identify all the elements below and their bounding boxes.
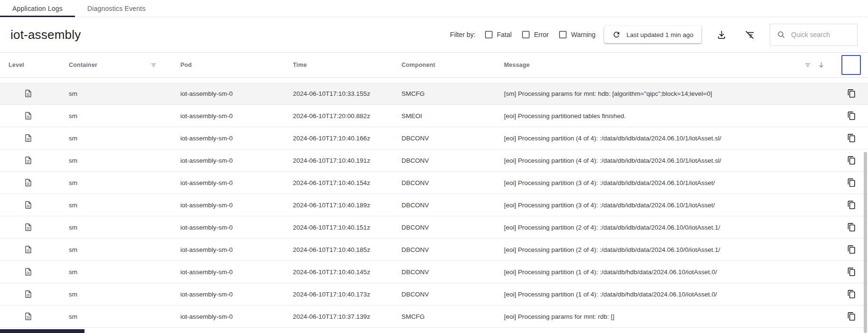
cell-message: [eoi] Processing partition (1 of 4): :/d… [504, 268, 717, 276]
tab-diagnostics-events[interactable]: Diagnostics Events [75, 0, 158, 17]
copy-icon[interactable] [846, 155, 858, 166]
application-logs-page: Application Logs Diagnostics Events iot-… [0, 0, 868, 333]
cell-container: sm [69, 313, 77, 320]
log-file-icon [24, 289, 33, 299]
column-header-message: Message [504, 62, 530, 68]
cell-pod: iot-assembly-sm-0 [180, 202, 233, 209]
cell-container: sm [69, 135, 77, 142]
column-header-container: Container [69, 62, 97, 68]
vertical-scrollbar[interactable] [864, 152, 867, 333]
search-icon [777, 30, 785, 39]
cell-container: sm [69, 112, 77, 120]
container-filter-icon[interactable] [149, 61, 158, 70]
copy-icon[interactable] [846, 266, 858, 278]
cell-message: [eoi] Processing partition (2 of 4): :/d… [504, 246, 720, 253]
cell-component: DBCONV [401, 135, 429, 142]
filter-checkbox-warning[interactable]: Warning [559, 31, 596, 38]
table-row[interactable]: sm iot-assembly-sm-0 2024-06-10T17:10:40… [0, 149, 868, 172]
focused-action-box[interactable] [841, 55, 861, 75]
sort-arrow-down-icon[interactable] [816, 60, 826, 70]
cell-time: 2024-06-10T17:10:40.191z [293, 157, 370, 164]
cell-container: sm [69, 179, 77, 186]
cell-pod: iot-assembly-sm-0 [180, 313, 233, 320]
refresh-icon [612, 30, 621, 39]
table-row[interactable]: sm iot-assembly-sm-0 2024-06-10T17:10:40… [0, 172, 868, 194]
download-icon [717, 30, 727, 40]
cell-component: DBCONV [401, 291, 429, 298]
filter-checkbox-fatal[interactable]: Fatal [485, 31, 512, 38]
filter-checkbox-error[interactable]: Error [522, 31, 549, 38]
search-input[interactable] [791, 31, 848, 38]
cell-container: sm [69, 291, 77, 298]
copy-icon[interactable] [846, 311, 858, 323]
cell-pod: iot-assembly-sm-0 [180, 179, 233, 186]
cell-pod: iot-assembly-sm-0 [180, 224, 233, 231]
table-row[interactable]: sm iot-assembly-sm-0 2024-06-10T17:10:40… [0, 261, 868, 283]
cell-component: DBCONV [401, 224, 429, 231]
table-row[interactable]: sm iot-assembly-sm-0 2024-06-10T17:10:40… [0, 239, 868, 261]
cell-message: [eoi] Processing partition (3 of 4): :/d… [504, 202, 715, 209]
log-file-icon [24, 133, 33, 143]
checkbox-icon [559, 31, 567, 38]
cell-time: 2024-06-10T17:10:37.139z [293, 313, 370, 320]
horizontal-scrollbar[interactable] [0, 329, 84, 333]
cell-message: [eoi] Processing partition (3 of 4): :/d… [504, 179, 715, 186]
copy-icon[interactable] [846, 132, 858, 144]
cell-time: 2024-06-10T17:10:40.173z [293, 291, 370, 298]
cell-component: SMCFG [401, 313, 425, 320]
table-row[interactable]: sm iot-assembly-sm-0 2024-06-10T17:10:40… [0, 216, 868, 239]
table-row[interactable]: sm iot-assembly-sm-0 2024-06-10T17:10:40… [0, 194, 868, 216]
copy-icon[interactable] [846, 288, 858, 300]
cell-time: 2024-06-10T17:20:00.882z [293, 112, 370, 120]
cell-component: DBCONV [401, 157, 429, 164]
copy-icon[interactable] [846, 199, 858, 211]
copy-icon[interactable] [846, 88, 858, 100]
tab-application-logs[interactable]: Application Logs [0, 0, 75, 17]
copy-icon[interactable] [846, 110, 858, 122]
cell-time: 2024-06-10T17:10:33.155z [293, 90, 370, 97]
refresh-button-label: Last updated 1 min ago [626, 31, 693, 38]
checkbox-icon [485, 31, 493, 38]
column-header-level: Level [9, 62, 24, 68]
cell-time: 2024-06-10T17:10:40.166z [293, 135, 370, 142]
table-row[interactable]: sm iot-assembly-sm-0 2024-06-10T17:20:00… [0, 105, 868, 127]
filter-by-label: Filter by: [450, 31, 476, 38]
partial-row [0, 78, 868, 83]
clear-filters-button[interactable] [743, 28, 756, 42]
log-file-icon [24, 111, 33, 121]
cell-pod: iot-assembly-sm-0 [180, 268, 233, 276]
cell-message: [eoi] Processing partition (4 of 4): :/d… [504, 157, 721, 164]
cell-message: [eoi] Processing partition (1 of 4): :/d… [504, 291, 717, 298]
tab-label: Application Logs [12, 5, 63, 12]
cell-time: 2024-06-10T17:10:40.151z [293, 224, 370, 231]
table-row[interactable]: sm iot-assembly-sm-0 2024-06-10T17:10:40… [0, 283, 868, 305]
copy-icon[interactable] [846, 177, 858, 189]
log-file-icon [24, 267, 33, 277]
refresh-button[interactable]: Last updated 1 min ago [604, 26, 701, 43]
tab-bar: Application Logs Diagnostics Events [0, 0, 868, 17]
cell-component: DBCONV [401, 246, 429, 253]
cell-message: [eoi] Processing partition (2 of 4): :/d… [504, 224, 720, 231]
table-header: Level Container Pod Time Component Messa… [0, 53, 868, 78]
table-row[interactable]: sm iot-assembly-sm-0 2024-06-10T17:10:40… [0, 127, 868, 149]
log-file-icon [24, 222, 33, 232]
page-title: iot-assembly [10, 28, 81, 42]
log-file-icon [24, 156, 33, 166]
cell-pod: iot-assembly-sm-0 [180, 291, 233, 298]
table-row[interactable]: sm iot-assembly-sm-0 2024-06-10T17:10:37… [0, 305, 868, 328]
filter-list-icon[interactable] [803, 60, 812, 70]
toolbar-controls: Filter by: Fatal Error Warning Last upda… [450, 24, 858, 46]
cell-message: [sm] Processing params for mnt: hdb: [al… [504, 90, 712, 97]
cell-pod: iot-assembly-sm-0 [180, 157, 233, 164]
cell-time: 2024-06-10T17:10:40.154z [293, 179, 370, 186]
table-row[interactable]: sm iot-assembly-sm-0 2024-06-10T17:10:33… [0, 83, 868, 105]
download-button[interactable] [715, 28, 728, 42]
filter-off-icon [745, 30, 755, 40]
copy-icon[interactable] [846, 222, 858, 233]
filter-label: Warning [571, 31, 596, 38]
cell-component: DBCONV [401, 268, 429, 276]
log-rows: sm iot-assembly-sm-0 2024-06-10T17:10:33… [0, 83, 868, 328]
cell-container: sm [69, 268, 77, 276]
copy-icon[interactable] [846, 244, 858, 256]
cell-message: [eoi] Processing partition (4 of 4): :/d… [504, 135, 721, 142]
